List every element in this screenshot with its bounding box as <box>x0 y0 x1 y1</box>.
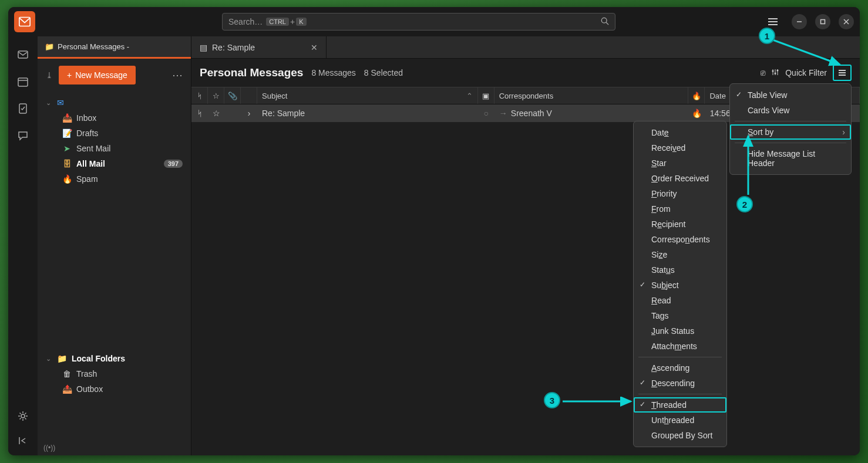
folder-label: Inbox <box>76 113 96 123</box>
menu-sort-by[interactable]: Sort by <box>730 124 851 140</box>
close-button[interactable] <box>839 14 854 29</box>
svg-point-11 <box>21 414 25 418</box>
sort-grouped[interactable]: Grouped By Sort <box>634 428 726 443</box>
document-icon: ▤ <box>200 43 207 52</box>
column-contact-icon[interactable]: ▣ <box>478 87 494 104</box>
selected-count: 8 Selected <box>364 68 403 77</box>
calendar-space-icon[interactable] <box>16 75 29 88</box>
folder-label: Drafts <box>76 129 98 138</box>
sort-by-submenu: Date Received Star Order Received Priori… <box>633 121 727 447</box>
sort-read[interactable]: Read <box>634 293 726 308</box>
search-input[interactable]: Search… CTRL + K <box>222 13 615 31</box>
chevron-down-icon: ⌄ <box>46 99 51 107</box>
sort-tags[interactable]: Tags <box>634 308 726 323</box>
sort-date[interactable]: Date <box>634 125 726 140</box>
sort-subject[interactable]: Subject <box>634 278 726 293</box>
sort-attachments[interactable]: Attachments <box>634 339 726 354</box>
inbox-icon: 📥 <box>62 113 72 123</box>
spam-icon: 🔥 <box>62 174 72 184</box>
column-correspondents[interactable]: Correspondents <box>494 87 689 104</box>
menu-hide-header[interactable]: Hide Message List Header <box>730 146 851 171</box>
sort-ascending-icon: ⌃ <box>466 92 473 100</box>
sort-descending[interactable]: Descending <box>634 376 726 391</box>
star-toggle[interactable]: ☆ <box>208 104 224 122</box>
sidebar-tab-personal[interactable]: 📁 Personal Messages - <box>38 36 136 57</box>
sort-ascending[interactable]: Ascending <box>634 360 726 376</box>
sync-icon[interactable]: ⤓ <box>46 70 53 80</box>
column-blank[interactable] <box>241 87 257 104</box>
folder-sent[interactable]: ➤Sent Mail <box>42 141 186 156</box>
outbox-icon: 📤 <box>62 384 72 394</box>
sort-priority[interactable]: Priority <box>634 186 726 201</box>
folder-drafts[interactable]: 📝Drafts <box>42 126 186 141</box>
account-row[interactable]: ⌄ ✉ <box>42 95 186 110</box>
new-message-button[interactable]: + New Message <box>59 66 136 85</box>
svg-rect-21 <box>839 75 846 76</box>
sidebar: 📁 Personal Messages - ⤓ + New Message ⋯ … <box>38 36 191 455</box>
column-attachment[interactable]: 📎 <box>224 87 241 104</box>
maximize-button[interactable] <box>815 14 830 29</box>
filter-toggle-icon[interactable]: ⎚ <box>761 68 765 77</box>
settings-icon[interactable] <box>16 410 29 423</box>
sort-order-received[interactable]: Order Received <box>634 171 726 186</box>
display-options-button[interactable] <box>833 65 852 81</box>
kbd-ctrl: CTRL <box>266 18 289 26</box>
allmail-icon: 🗄 <box>62 159 72 168</box>
column-subject[interactable]: Subject⌃ <box>257 87 478 104</box>
minimize-button[interactable] <box>792 14 807 29</box>
folder-label: Outbox <box>76 384 103 394</box>
sort-threaded[interactable]: Threaded <box>634 397 726 413</box>
folder-icon: 📁 <box>45 42 54 51</box>
sliders-icon[interactable] <box>771 68 779 78</box>
svg-rect-20 <box>839 72 846 73</box>
trash-icon: 🗑 <box>62 369 72 378</box>
column-star[interactable]: ☆ <box>208 87 224 104</box>
row-date: 14:56 <box>710 109 731 118</box>
menu-cards-view[interactable]: Cards View <box>730 103 851 118</box>
sort-recipient[interactable]: Recipient <box>634 217 726 232</box>
search-placeholder: Search… <box>228 17 263 26</box>
annotation-badge-2: 2 <box>736 196 753 212</box>
row-correspondent: Sreenath V <box>511 109 552 118</box>
mail-space-icon[interactable] <box>16 48 29 61</box>
folder-outbox[interactable]: 📤Outbox <box>42 381 186 397</box>
column-junk-icon[interactable]: 🔥 <box>688 87 705 104</box>
folder-trash[interactable]: 🗑Trash <box>42 366 186 381</box>
quick-filter-label[interactable]: Quick Filter <box>785 68 827 77</box>
svg-point-17 <box>775 72 776 74</box>
message-tab[interactable]: ▤ Re: Sample ✕ <box>191 36 327 58</box>
sort-correspondents[interactable]: Correspondents <box>634 232 726 247</box>
svg-point-16 <box>772 70 774 72</box>
sort-status[interactable]: Status <box>634 262 726 278</box>
tasks-space-icon[interactable] <box>16 102 29 115</box>
svg-rect-8 <box>18 78 28 86</box>
row-subject: Re: Sample <box>262 109 305 118</box>
folder-title: Personal Messages <box>200 66 303 79</box>
menu-table-view[interactable]: Table View <box>730 87 851 103</box>
annotation-badge-3: 3 <box>544 392 560 408</box>
tab-title: Re: Sample <box>212 43 255 52</box>
sort-junk[interactable]: Junk Status <box>634 323 726 339</box>
app-menu-button[interactable] <box>768 18 778 25</box>
sort-unthreaded[interactable]: Unthreaded <box>634 413 726 428</box>
chat-space-icon[interactable] <box>16 129 29 142</box>
folder-all-mail[interactable]: 🗄All Mail397 <box>42 156 186 171</box>
collapse-sidebar-icon[interactable] <box>16 434 29 447</box>
plus-icon: + <box>67 70 72 80</box>
mail-icon <box>19 16 31 27</box>
titlebar: Search… CTRL + K <box>8 7 860 36</box>
column-thread[interactable]: ᛋ <box>191 87 208 104</box>
sort-star[interactable]: Star <box>634 156 726 171</box>
local-folders-row[interactable]: ⌄ 📁 Local Folders <box>42 351 186 366</box>
svg-point-18 <box>777 69 779 71</box>
expand-thread-icon[interactable]: › <box>241 104 257 122</box>
folder-spam[interactable]: 🔥Spam <box>42 171 186 187</box>
close-tab-icon[interactable]: ✕ <box>311 43 318 52</box>
sort-size[interactable]: Size <box>634 247 726 262</box>
status-bar: ((•)) <box>38 440 191 455</box>
folder-inbox[interactable]: 📥Inbox <box>42 110 186 126</box>
sort-received[interactable]: Received <box>634 140 726 156</box>
more-options-icon[interactable]: ⋯ <box>172 69 183 82</box>
sort-from[interactable]: From <box>634 201 726 217</box>
folder-badge: 397 <box>164 160 183 168</box>
